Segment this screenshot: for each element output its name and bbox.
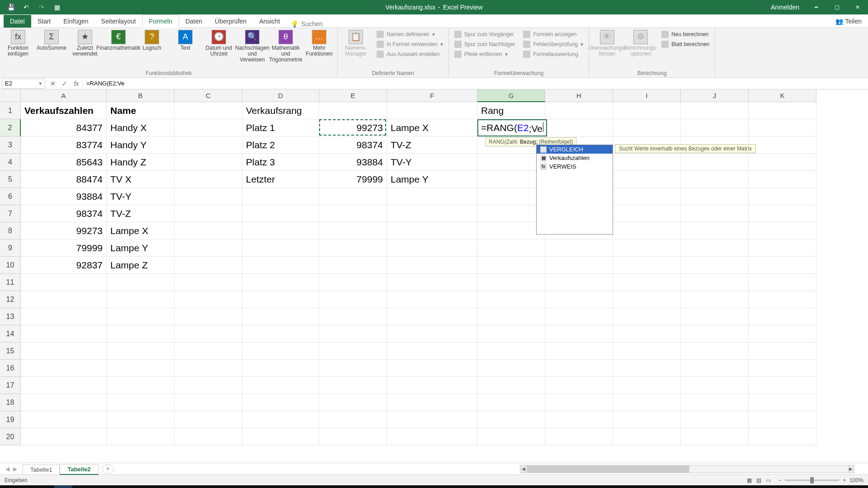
cell[interactable]: 93884	[21, 188, 107, 205]
cell[interactable]	[242, 394, 319, 411]
cell[interactable]: Letzter	[242, 171, 319, 188]
zoom-in-icon[interactable]: +	[843, 477, 846, 483]
cell[interactable]	[387, 239, 477, 257]
cell[interactable]	[175, 222, 242, 239]
cell[interactable]	[175, 411, 242, 428]
financial-button[interactable]: €Finanzmathematik	[104, 30, 133, 51]
cell[interactable]	[681, 222, 749, 239]
cell[interactable]	[21, 308, 107, 325]
cell[interactable]	[319, 222, 387, 239]
cell[interactable]: 85643	[21, 154, 107, 171]
cell[interactable]	[545, 291, 613, 308]
excel-taskbar-icon[interactable]: X	[54, 485, 72, 488]
cell[interactable]	[681, 411, 749, 428]
cell[interactable]	[175, 154, 242, 171]
row-header[interactable]: 2	[0, 119, 21, 136]
row-header[interactable]: 17	[0, 377, 21, 394]
column-header[interactable]: E	[319, 89, 387, 102]
cell[interactable]	[107, 428, 175, 446]
cell[interactable]	[545, 394, 613, 411]
cell[interactable]	[175, 360, 242, 377]
cell[interactable]	[175, 291, 242, 308]
column-header[interactable]: B	[107, 89, 175, 102]
tab-view[interactable]: Ansicht	[253, 15, 286, 28]
cell[interactable]	[613, 239, 681, 257]
date-time-button[interactable]: 🕒Datum und Uhrzeit	[204, 30, 233, 57]
column-header[interactable]: D	[242, 89, 319, 102]
row-header[interactable]: 19	[0, 411, 21, 428]
cell[interactable]	[107, 394, 175, 411]
touch-mode-icon[interactable]: ▦	[51, 1, 63, 14]
minimize-icon[interactable]: ━	[806, 0, 826, 14]
cell[interactable]: Name	[107, 102, 175, 119]
cell[interactable]	[387, 428, 477, 446]
row-header[interactable]: 1	[0, 102, 21, 119]
name-box[interactable]: E2▾	[2, 79, 45, 89]
cell[interactable]	[613, 377, 681, 394]
cell[interactable]	[107, 411, 175, 428]
cell[interactable]	[545, 119, 613, 136]
redo-icon[interactable]: ↷	[35, 1, 48, 14]
cell[interactable]	[749, 154, 816, 171]
cell[interactable]	[387, 274, 477, 291]
cell[interactable]	[175, 428, 242, 446]
cell[interactable]	[242, 411, 319, 428]
cell[interactable]	[21, 394, 107, 411]
cell[interactable]	[175, 239, 242, 257]
row-header[interactable]: 9	[0, 239, 21, 257]
cell[interactable]	[387, 325, 477, 343]
cell[interactable]	[319, 257, 387, 274]
cell[interactable]	[242, 222, 319, 239]
cell[interactable]: TV-Z	[387, 136, 477, 154]
undo-icon[interactable]: ↶	[20, 1, 33, 14]
cell[interactable]	[175, 136, 242, 154]
cell[interactable]	[613, 119, 681, 136]
zoom-control[interactable]: − + 100%	[778, 477, 863, 483]
cell[interactable]	[477, 343, 545, 360]
cell[interactable]: 99273	[21, 222, 107, 239]
horizontal-scrollbar[interactable]: ◀ ▶	[520, 465, 854, 473]
cell[interactable]	[613, 360, 681, 377]
cell[interactable]	[107, 325, 175, 343]
cell[interactable]	[613, 257, 681, 274]
autocomplete-item[interactable]: fxVERGLEICH	[537, 145, 613, 154]
cell[interactable]	[681, 291, 749, 308]
cell[interactable]	[477, 291, 545, 308]
logical-button[interactable]: ?Logisch	[137, 30, 166, 51]
cell[interactable]	[681, 308, 749, 325]
cell[interactable]	[107, 291, 175, 308]
cell[interactable]	[107, 377, 175, 394]
cell[interactable]	[477, 360, 545, 377]
cell[interactable]: Lampe Y	[107, 239, 175, 257]
cell[interactable]	[319, 188, 387, 205]
cell[interactable]: 98374	[319, 136, 387, 154]
row-header[interactable]: 20	[0, 428, 21, 446]
zoom-level[interactable]: 100%	[849, 477, 863, 483]
row-header[interactable]: 5	[0, 171, 21, 188]
cell[interactable]	[319, 308, 387, 325]
cell[interactable]	[319, 205, 387, 222]
cell[interactable]	[107, 360, 175, 377]
cell[interactable]	[477, 239, 545, 257]
cell[interactable]	[477, 154, 545, 171]
cell[interactable]: 92837	[21, 257, 107, 274]
cell[interactable]	[749, 239, 816, 257]
fx-icon[interactable]: fx	[71, 80, 82, 87]
cell[interactable]	[749, 205, 816, 222]
cell[interactable]	[681, 188, 749, 205]
cell[interactable]	[387, 188, 477, 205]
cell[interactable]	[477, 428, 545, 446]
zoom-slider[interactable]	[785, 479, 839, 481]
row-header[interactable]: 14	[0, 325, 21, 343]
cell[interactable]	[175, 171, 242, 188]
calculate-now-button[interactable]: Neu berechnen	[660, 30, 711, 39]
cancel-formula-icon[interactable]: ✕	[47, 80, 59, 87]
cell[interactable]	[613, 411, 681, 428]
cell[interactable]	[387, 291, 477, 308]
cell[interactable]	[613, 428, 681, 446]
calculate-sheet-button[interactable]: Blatt berechnen	[660, 40, 711, 49]
cell[interactable]	[545, 308, 613, 325]
cell[interactable]	[749, 308, 816, 325]
cell[interactable]	[545, 343, 613, 360]
file-explorer-icon[interactable]: 📁	[18, 485, 36, 488]
